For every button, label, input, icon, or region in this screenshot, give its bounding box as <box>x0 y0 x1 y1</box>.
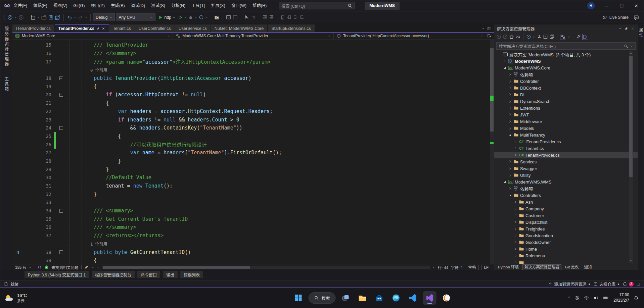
drag-handle-icon[interactable] <box>3 14 6 20</box>
code-line[interactable]: 17 /// <param name="accessor">注入IHttpCon… <box>12 57 490 66</box>
collapse-region-icon[interactable]: − <box>59 76 63 80</box>
taskbar-clock[interactable]: 17:00 2023/2/7 <box>613 293 629 303</box>
breadcrumb-type[interactable]: ModernWMS.Core.MultiTenancy.TenantProvid… <box>173 33 333 39</box>
caret-down-icon[interactable] <box>85 16 87 18</box>
restart-icon[interactable] <box>199 15 204 20</box>
tree-item-Controllers[interactable]: Controllers <box>494 192 638 199</box>
tab-overflow-chevron-icon[interactable] <box>481 27 485 30</box>
tree-item-TenantProvider.cs[interactable]: C#TenantProvider.cs <box>494 152 638 158</box>
undo-icon[interactable] <box>67 15 72 20</box>
menu-测试S[interactable]: 测试(S) <box>148 3 168 8</box>
code-line[interactable]: 27 var name = headers["TenantName"].Firs… <box>12 149 490 157</box>
document-tab[interactable]: NuGet: ModernWMS.Core <box>211 24 268 32</box>
notification-center-icon[interactable] <box>634 296 639 301</box>
panel-tab-错误列表[interactable]: 错误列表 <box>180 271 203 278</box>
code-line[interactable]: 19 { <box>12 82 490 91</box>
home-icon[interactable] <box>509 34 514 39</box>
tree-item-Company[interactable]: Company <box>494 205 638 212</box>
open-folder-icon[interactable] <box>41 15 47 20</box>
caret-down-icon[interactable] <box>184 16 187 18</box>
menu-视图V[interactable]: 视图(V) <box>50 3 71 8</box>
menu-GitG[interactable]: Git(G) <box>70 3 88 8</box>
code-line[interactable]: 15 /// TenantProvider <box>12 41 490 49</box>
tree-item-Rolemenu[interactable]: Rolemenu <box>494 252 638 259</box>
code-line[interactable]: 25 { <box>12 132 490 141</box>
cursor-line-indicator[interactable]: 行: 44 <box>438 265 448 270</box>
menu-项目P[interactable]: 项目(P) <box>88 3 108 8</box>
code-line[interactable]: 30 //Default Value <box>12 173 490 182</box>
tree-item-Freightfee[interactable]: Freightfee <box>494 225 638 232</box>
chevron-collapsed-icon[interactable] <box>507 72 513 76</box>
menu-编辑E[interactable]: 编辑(E) <box>30 3 50 8</box>
indent-increase-icon[interactable] <box>269 15 274 20</box>
code-line[interactable]: 34− /// <summary> <box>12 207 490 215</box>
caret-down-icon[interactable] <box>195 16 197 18</box>
live-share-button[interactable]: Live Share <box>602 15 631 20</box>
tree-item-ModernWMS.Core[interactable]: C#ModernWMS.Core <box>494 64 638 71</box>
chevron-collapsed-icon[interactable] <box>507 86 513 90</box>
fold-column[interactable]: − <box>56 250 66 254</box>
minimize-button[interactable]: ─ <box>599 0 614 11</box>
indent-decrease-icon[interactable] <box>262 15 267 20</box>
close-icon[interactable] <box>631 27 635 31</box>
tree-item-ITenantProvider.cs[interactable]: C#ITenantProvider.cs <box>494 138 638 145</box>
bookmark-clear-icon[interactable] <box>300 15 304 20</box>
sync-with-active-document-icon[interactable] <box>537 34 542 39</box>
chevron-collapsed-icon[interactable] <box>507 93 513 97</box>
save-all-icon[interactable] <box>55 15 60 20</box>
panel-tab-程序包管理器控制台[interactable]: 程序包管理器控制台 <box>92 271 135 278</box>
pointer-icon[interactable] <box>244 15 249 20</box>
taskbar-orange-app-icon[interactable] <box>440 291 453 305</box>
select-repository-button[interactable]: 选择仓库▲ <box>593 281 620 287</box>
chevron-collapsed-icon[interactable] <box>502 59 507 63</box>
code-health-check-icon[interactable] <box>44 265 49 269</box>
code-line[interactable]: 21 { <box>12 99 490 107</box>
taskbar-file-explorer-icon[interactable] <box>356 291 369 305</box>
document-tab[interactable]: TenantProvider.cs <box>55 24 109 32</box>
fold-column[interactable]: − <box>56 93 66 97</box>
code-line[interactable]: 33 <box>12 198 490 207</box>
chevron-collapsed-icon[interactable] <box>512 234 518 238</box>
tree-item-GoodsOwner[interactable]: GoodsOwner <box>494 239 638 246</box>
hidden-icons-chevron[interactable]: ⌃ <box>568 296 571 300</box>
code-line[interactable]: 20− if (accessor.HttpContext != null) <box>12 91 490 99</box>
tree-item-partial[interactable] <box>494 259 638 264</box>
dock-tab-解决方案资源管理器[interactable]: 解决方案资源管理器 <box>522 264 561 270</box>
chevron-collapsed-icon[interactable] <box>512 213 518 217</box>
tree-item-Models[interactable]: Models <box>494 125 638 132</box>
feedback-icon[interactable] <box>634 15 639 20</box>
right-strip-tab[interactable]: 属性 <box>638 28 644 38</box>
code-line[interactable]: 22 var headers = accessor.HttpContext.Re… <box>12 107 490 116</box>
code-line[interactable]: 32 } <box>12 190 490 198</box>
chevron-collapsed-icon[interactable] <box>512 140 518 144</box>
hot-reload-icon[interactable] <box>188 15 193 20</box>
tree-item-依赖项[interactable]: 依赖项 <box>494 71 638 78</box>
properties-wrench-icon[interactable] <box>576 34 581 39</box>
platform-dropdown[interactable]: Any CPU <box>116 13 155 21</box>
notifications-bell-button[interactable]: 3 <box>623 282 634 287</box>
menu-分析N[interactable]: 分析(N) <box>168 3 188 8</box>
tree-item-Dispatchlist[interactable]: Dispatchlist <box>494 219 638 225</box>
menu-窗口W[interactable]: 窗口(W) <box>228 3 249 8</box>
code-line[interactable]: 36 /// </summary> <box>12 223 490 232</box>
chevron-collapsed-icon[interactable] <box>507 126 513 130</box>
tree-vertical-scrollbar[interactable]: ▲ ▼ <box>629 51 633 263</box>
compare-changes-icon[interactable] <box>37 265 42 269</box>
collapse-all-icon[interactable] <box>543 34 548 39</box>
redo-icon[interactable] <box>78 15 83 20</box>
code-editor[interactable]: 15 /// TenantProvider16 /// </summary>17… <box>12 40 494 264</box>
run-http-button[interactable]: http <box>156 15 177 20</box>
fold-column[interactable]: − <box>56 76 66 80</box>
tree-item-DynamicSearch[interactable]: DynamicSearch <box>494 98 638 105</box>
collapse-region-icon[interactable]: − <box>59 126 63 130</box>
editor-horizontal-scrollbar[interactable] <box>102 266 430 269</box>
panel-tab-命令窗口[interactable]: 命令窗口 <box>137 271 160 278</box>
tree-item-Controller[interactable]: Controller <box>494 78 638 85</box>
code-line[interactable]: 28 } <box>12 157 490 165</box>
add-document-icon[interactable] <box>487 34 491 38</box>
caret-down-icon[interactable] <box>533 36 535 38</box>
debug-config-dropdown[interactable]: Debug <box>93 13 115 21</box>
breadcrumb-project[interactable]: C# ModernWMS.Core <box>12 33 173 39</box>
chevron-collapsed-icon[interactable] <box>512 207 518 211</box>
chevron-collapsed-icon[interactable] <box>512 247 518 251</box>
